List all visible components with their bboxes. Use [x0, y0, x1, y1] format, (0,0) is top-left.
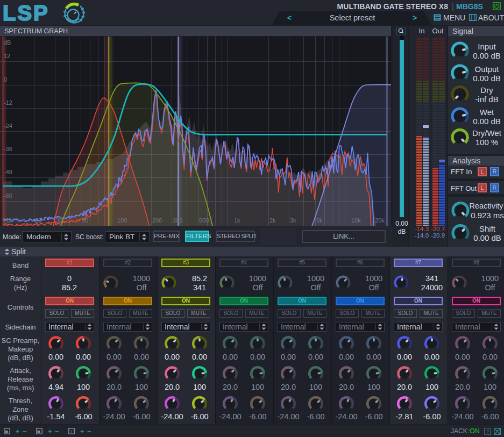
svg-text:10k: 10k: [351, 217, 361, 224]
svg-text:300: 300: [173, 217, 182, 224]
svg-text:20k: 20k: [375, 217, 385, 224]
svg-text:SPECTRUM GRAPH: SPECTRUM GRAPH: [4, 27, 68, 35]
svg-text:Hz: Hz: [4, 217, 11, 224]
svg-text:-36: -36: [4, 146, 12, 152]
svg-text:200: 200: [152, 217, 162, 224]
svg-text:20: 20: [35, 217, 41, 224]
svg-text:500: 500: [199, 217, 209, 224]
svg-text:5k: 5k: [316, 217, 323, 224]
svg-text:0: 0: [4, 76, 7, 83]
svg-text:100: 100: [117, 217, 127, 224]
svg-text:2k: 2k: [269, 217, 276, 224]
svg-text:T: T: [70, 429, 73, 434]
svg-text:12: 12: [4, 53, 10, 59]
svg-text:-60: -60: [4, 192, 12, 199]
svg-text:-12: -12: [4, 99, 12, 106]
svg-text:-24: -24: [4, 123, 12, 129]
svg-text:3k: 3k: [290, 217, 296, 224]
svg-text:-48: -48: [4, 169, 12, 175]
svg-text:1k: 1k: [234, 217, 240, 224]
svg-text:30: 30: [56, 217, 62, 224]
svg-text:dB: dB: [4, 39, 11, 46]
svg-text:50: 50: [82, 217, 88, 224]
svg-text:?: ?: [486, 429, 489, 434]
